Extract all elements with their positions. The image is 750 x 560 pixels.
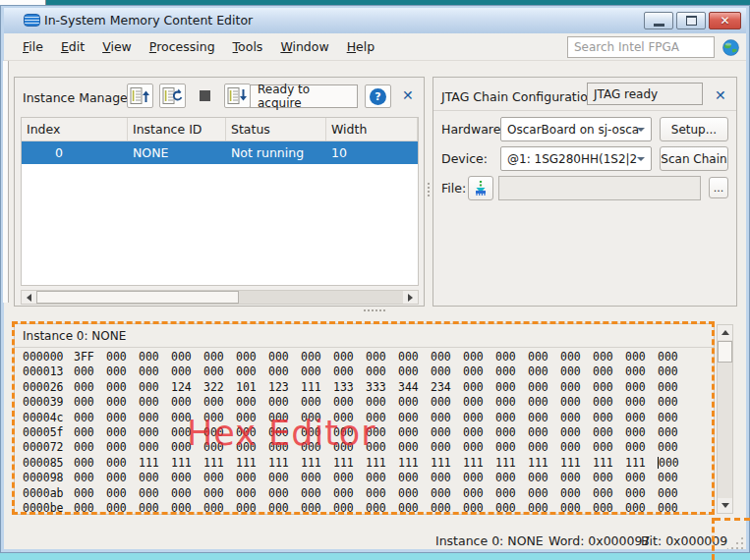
- hex-value[interactable]: 000: [495, 411, 528, 425]
- hex-value[interactable]: 3FF: [74, 350, 106, 364]
- continuously-read-data-button[interactable]: [159, 84, 186, 108]
- column-header-width[interactable]: Width: [326, 118, 418, 140]
- hex-value[interactable]: 000: [528, 425, 560, 440]
- hex-value[interactable]: 000: [625, 350, 658, 364]
- hex-value[interactable]: 000: [658, 471, 690, 485]
- hex-value[interactable]: 000: [139, 471, 171, 485]
- hex-value[interactable]: 000: [366, 501, 398, 516]
- hex-value[interactable]: 000: [333, 350, 366, 364]
- hex-value[interactable]: 000: [495, 350, 528, 364]
- hex-value[interactable]: 000: [463, 501, 495, 516]
- hex-value[interactable]: 000: [203, 395, 236, 410]
- hex-value[interactable]: 000: [658, 425, 690, 440]
- hex-value[interactable]: 000: [333, 364, 366, 379]
- hex-value[interactable]: 000: [560, 350, 593, 364]
- hex-value[interactable]: 000: [106, 440, 139, 455]
- hex-value[interactable]: 000: [139, 380, 171, 395]
- hex-value[interactable]: 000: [398, 440, 431, 455]
- hex-value[interactable]: 000: [560, 380, 593, 395]
- hex-value[interactable]: 000: [625, 425, 658, 440]
- hex-value[interactable]: 000: [236, 501, 268, 516]
- hex-value[interactable]: 000: [560, 501, 593, 516]
- hex-value[interactable]: 000: [625, 364, 658, 379]
- horizontal-scrollbar[interactable]: [21, 290, 419, 305]
- hex-value[interactable]: 000: [268, 501, 301, 516]
- hex-value[interactable]: 000: [593, 380, 625, 395]
- hex-value[interactable]: 000: [398, 395, 431, 410]
- scroll-up-arrow[interactable]: [718, 325, 732, 340]
- hex-value[interactable]: 111: [463, 456, 495, 471]
- close-instance-manager-button[interactable]: ✕: [402, 88, 414, 102]
- hex-value[interactable]: 000: [171, 364, 203, 379]
- hex-value[interactable]: 000: [528, 501, 560, 516]
- hex-value[interactable]: 000: [593, 501, 625, 516]
- menu-item-file[interactable]: File: [14, 35, 52, 58]
- hex-value[interactable]: 000: [106, 501, 139, 516]
- hex-value[interactable]: 000: [74, 395, 106, 410]
- hex-value[interactable]: 000: [171, 350, 203, 364]
- hex-value[interactable]: 000: [139, 350, 171, 364]
- hex-value[interactable]: 000: [139, 440, 171, 455]
- hex-value[interactable]: 124: [171, 380, 203, 395]
- hex-value[interactable]: 000: [495, 380, 528, 395]
- hex-value[interactable]: 111: [528, 456, 560, 471]
- hex-value[interactable]: 000: [658, 486, 690, 501]
- hex-value[interactable]: 000: [463, 425, 495, 440]
- hex-value[interactable]: 000: [301, 364, 333, 379]
- hex-value[interactable]: 000: [398, 364, 431, 379]
- hex-value[interactable]: 234: [431, 380, 463, 395]
- vertical-scrollbar-thumb[interactable]: [718, 341, 732, 363]
- scan-chain-button[interactable]: Scan Chain: [660, 146, 728, 171]
- hex-value[interactable]: 000: [366, 471, 398, 485]
- hex-value[interactable]: 000: [528, 350, 560, 364]
- hex-value[interactable]: 000: [431, 364, 463, 379]
- hex-value[interactable]: 000: [495, 395, 528, 410]
- hex-value[interactable]: 000: [366, 395, 398, 410]
- hex-value[interactable]: 000: [398, 350, 431, 364]
- hex-value[interactable]: 000: [463, 471, 495, 485]
- hex-value[interactable]: 000: [431, 471, 463, 485]
- hex-value[interactable]: 000: [74, 425, 106, 440]
- search-input[interactable]: [567, 36, 715, 58]
- menu-item-view[interactable]: View: [93, 35, 141, 58]
- hex-value[interactable]: 000: [658, 440, 690, 455]
- hex-value[interactable]: 000: [463, 395, 495, 410]
- hex-value[interactable]: 000: [301, 486, 333, 501]
- hex-value[interactable]: 000: [495, 501, 528, 516]
- column-header-instance-id[interactable]: Instance ID: [128, 118, 226, 140]
- hex-value[interactable]: 000: [106, 471, 139, 485]
- hex-value[interactable]: 000: [106, 456, 139, 471]
- hex-value[interactable]: 111: [171, 456, 203, 471]
- hex-value[interactable]: 101: [236, 380, 268, 395]
- menu-item-tools[interactable]: Tools: [224, 35, 272, 58]
- hex-value[interactable]: 000: [528, 411, 560, 425]
- hex-value[interactable]: 000: [495, 471, 528, 485]
- hex-value[interactable]: 000: [301, 501, 333, 516]
- hex-value[interactable]: 000: [431, 501, 463, 516]
- hex-value[interactable]: 000: [560, 471, 593, 485]
- menu-item-window[interactable]: Window: [271, 35, 337, 58]
- hex-value[interactable]: 000: [625, 395, 658, 410]
- hex-value[interactable]: 111: [560, 456, 593, 471]
- hex-value[interactable]: 000: [625, 486, 658, 501]
- hex-value[interactable]: 000: [625, 440, 658, 455]
- hex-value[interactable]: 322: [203, 380, 236, 395]
- hex-value[interactable]: 000: [74, 440, 106, 455]
- hex-value[interactable]: 000: [463, 350, 495, 364]
- hex-value[interactable]: 000: [495, 425, 528, 440]
- hex-value[interactable]: 000: [658, 395, 690, 410]
- hex-value[interactable]: 000: [431, 440, 463, 455]
- hex-value[interactable]: 000: [528, 395, 560, 410]
- hex-value[interactable]: 000: [333, 501, 366, 516]
- setup-button[interactable]: Setup...: [660, 117, 728, 141]
- hex-value[interactable]: 111: [236, 456, 268, 471]
- hex-value[interactable]: 000: [463, 486, 495, 501]
- hex-value[interactable]: 000: [593, 395, 625, 410]
- hex-value[interactable]: 000: [236, 364, 268, 379]
- hex-value[interactable]: 000: [398, 425, 431, 440]
- hex-value[interactable]: 000: [106, 364, 139, 379]
- hex-value[interactable]: 000: [106, 395, 139, 410]
- hex-value[interactable]: 000: [106, 486, 139, 501]
- device-select[interactable]: @1: 1SG280HH(1S2|2: [500, 146, 652, 171]
- hex-value[interactable]: 111: [301, 456, 333, 471]
